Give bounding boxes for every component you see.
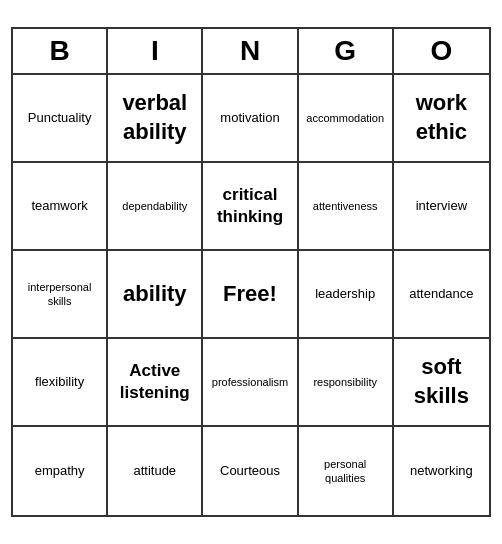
bingo-cell-20: empathy	[13, 427, 108, 515]
bingo-cell-text-13: leadership	[315, 286, 375, 303]
bingo-cell-10: interpersonal skills	[13, 251, 108, 339]
bingo-cell-text-3: accommodation	[306, 111, 384, 125]
bingo-cell-text-15: flexibility	[35, 374, 84, 391]
bingo-cell-12: Free!	[203, 251, 298, 339]
bingo-cell-1: verbal ability	[108, 75, 203, 163]
bingo-cell-8: attentiveness	[299, 163, 394, 251]
bingo-cell-text-19: soft skills	[398, 353, 485, 410]
bingo-cell-5: teamwork	[13, 163, 108, 251]
bingo-cell-16: Active listening	[108, 339, 203, 427]
bingo-cell-text-17: professionalism	[212, 375, 288, 389]
bingo-cell-text-20: empathy	[35, 463, 85, 480]
bingo-card: BINGO Punctualityverbal abilitymotivatio…	[11, 27, 491, 517]
bingo-cell-text-12: Free!	[223, 280, 277, 309]
header-letter-N: N	[203, 29, 298, 73]
bingo-cell-19: soft skills	[394, 339, 489, 427]
bingo-cell-2: motivation	[203, 75, 298, 163]
bingo-cell-13: leadership	[299, 251, 394, 339]
bingo-cell-text-22: Courteous	[220, 463, 280, 480]
bingo-cell-text-18: responsibility	[313, 375, 377, 389]
header-letter-G: G	[299, 29, 394, 73]
bingo-cell-21: attitude	[108, 427, 203, 515]
bingo-cell-17: professionalism	[203, 339, 298, 427]
bingo-cell-text-11: ability	[123, 280, 187, 309]
bingo-cell-text-8: attentiveness	[313, 199, 378, 213]
bingo-cell-text-5: teamwork	[31, 198, 87, 215]
bingo-cell-6: dependability	[108, 163, 203, 251]
bingo-cell-14: attendance	[394, 251, 489, 339]
bingo-cell-18: responsibility	[299, 339, 394, 427]
bingo-header: BINGO	[13, 29, 489, 75]
header-letter-O: O	[394, 29, 489, 73]
bingo-cell-text-4: work ethic	[398, 89, 485, 146]
bingo-cell-text-23: personal qualities	[303, 457, 388, 486]
bingo-cell-3: accommodation	[299, 75, 394, 163]
bingo-cell-22: Courteous	[203, 427, 298, 515]
bingo-cell-0: Punctuality	[13, 75, 108, 163]
bingo-cell-4: work ethic	[394, 75, 489, 163]
bingo-cell-text-2: motivation	[220, 110, 279, 127]
bingo-cell-text-10: interpersonal skills	[17, 280, 102, 309]
bingo-cell-9: interview	[394, 163, 489, 251]
bingo-cell-text-16: Active listening	[112, 360, 197, 404]
bingo-grid: Punctualityverbal abilitymotivationaccom…	[13, 75, 489, 515]
bingo-cell-text-0: Punctuality	[28, 110, 92, 127]
bingo-cell-text-21: attitude	[133, 463, 176, 480]
bingo-cell-text-24: networking	[410, 463, 473, 480]
header-letter-I: I	[108, 29, 203, 73]
bingo-cell-text-1: verbal ability	[112, 89, 197, 146]
header-letter-B: B	[13, 29, 108, 73]
bingo-cell-24: networking	[394, 427, 489, 515]
bingo-cell-11: ability	[108, 251, 203, 339]
bingo-cell-text-6: dependability	[122, 199, 187, 213]
bingo-cell-15: flexibility	[13, 339, 108, 427]
bingo-cell-23: personal qualities	[299, 427, 394, 515]
bingo-cell-text-7: critical thinking	[207, 184, 292, 228]
bingo-cell-text-14: attendance	[409, 286, 473, 303]
bingo-cell-text-9: interview	[416, 198, 467, 215]
bingo-cell-7: critical thinking	[203, 163, 298, 251]
